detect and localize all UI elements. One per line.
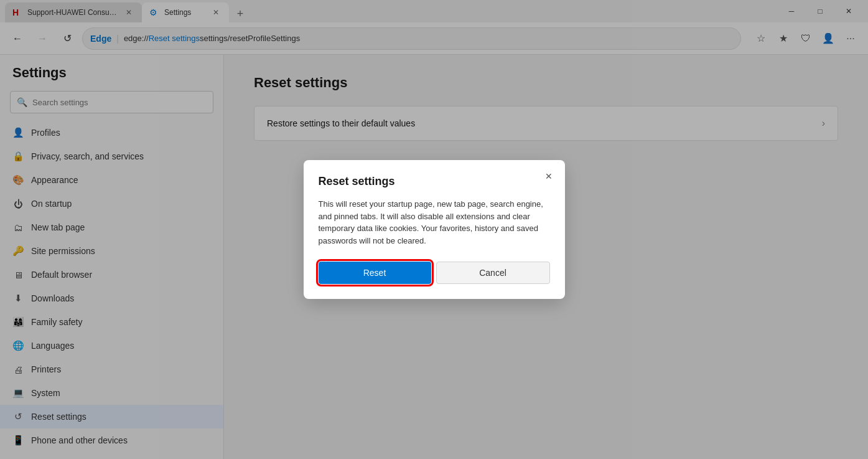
- dialog-footer: Reset Cancel: [319, 262, 550, 284]
- reset-dialog: ✕ Reset settings This will reset your st…: [304, 160, 565, 299]
- reset-button[interactable]: Reset: [319, 262, 431, 284]
- main-content: Settings 🔍 👤 Profiles 🔒 Privacy, search,…: [0, 55, 868, 459]
- modal-overlay[interactable]: ✕ Reset settings This will reset your st…: [224, 55, 868, 459]
- cancel-button[interactable]: Cancel: [436, 262, 550, 284]
- content-area: Reset settings Restore settings to their…: [224, 55, 868, 459]
- dialog-title: Reset settings: [319, 175, 550, 188]
- browser-window: H Support-HUAWEI Consumer Off... ✕ ⚙ Set…: [0, 0, 868, 459]
- dialog-body: This will reset your startup page, new t…: [319, 198, 550, 247]
- dialog-close-button[interactable]: ✕: [540, 168, 558, 185]
